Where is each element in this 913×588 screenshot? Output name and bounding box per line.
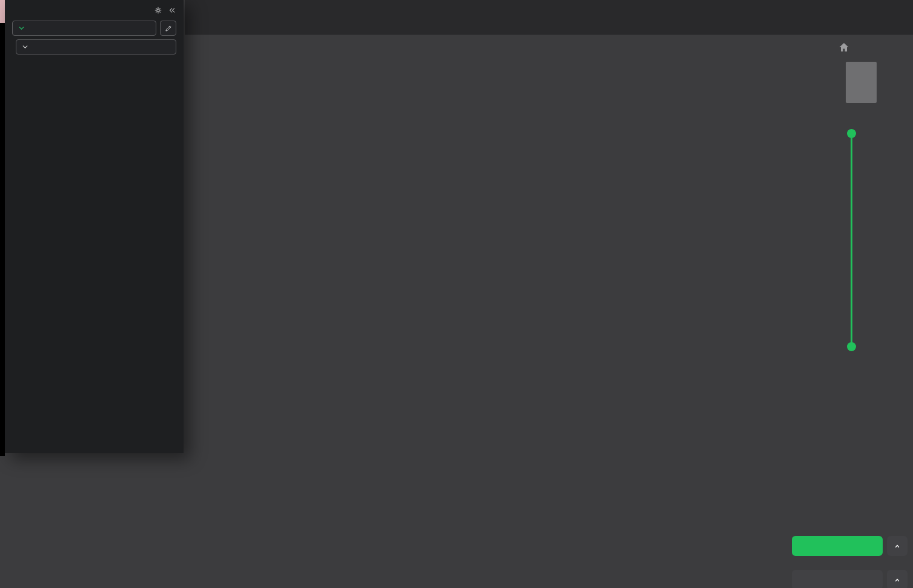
layer-preview-slider[interactable]: [851, 133, 852, 346]
slider-bottom-handle[interactable]: [847, 342, 856, 351]
slice-options-button[interactable]: [887, 536, 908, 556]
edit-printer-button[interactable]: [160, 21, 176, 36]
printer-settings-gear-icon[interactable]: [153, 5, 163, 15]
application-window: [0, 0, 913, 588]
view-cube: [846, 62, 877, 103]
slice-plate-button[interactable]: [792, 536, 883, 556]
pencil-icon: [164, 24, 173, 33]
send-options-button[interactable]: [887, 570, 908, 588]
send-print-button[interactable]: [792, 570, 883, 588]
window-edge-strip: [0, 0, 5, 456]
slider-top-handle[interactable]: [847, 129, 856, 138]
global-objects-tabs: [5, 56, 184, 65]
background-window-sliver: [0, 0, 5, 23]
main-toolbar: [185, 0, 913, 35]
chevron-down-icon: [18, 24, 25, 32]
home-view-button[interactable]: [838, 41, 850, 53]
collapse-sidebar-icon[interactable]: [168, 6, 176, 15]
printer-select[interactable]: [12, 21, 156, 36]
printer-sidebar: [5, 0, 184, 453]
chevron-down-icon: [21, 43, 29, 51]
bed-type-select[interactable]: [16, 39, 176, 55]
